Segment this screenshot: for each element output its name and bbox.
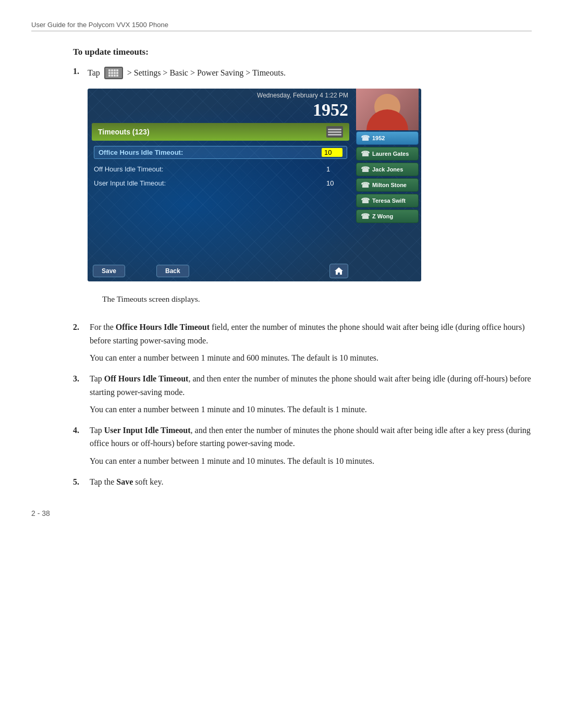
step-1-path: > Settings > Basic > Power Saving > Time… <box>127 68 286 78</box>
menu-icon[interactable] <box>104 67 123 79</box>
avatar <box>356 89 419 130</box>
bar-line-2 <box>328 131 341 133</box>
phone-main-area: Wednesday, February 4 1:22 PM 1952 Timeo… <box>88 89 353 281</box>
step-5-text-post: soft key. <box>133 477 163 486</box>
form-row-offhours[interactable]: Off Hours Idle Timeout: 1 <box>94 165 347 173</box>
contact-btn-1952[interactable]: ☎ 1952 <box>356 131 419 145</box>
contact-name-teresa: Teresa Swift <box>372 198 406 204</box>
contact-icon-lauren: ☎ <box>361 150 370 158</box>
home-icon <box>334 267 344 275</box>
step-1: 1. Tap > Settings > Basic > Power Saving… <box>73 67 532 313</box>
user-input-label: User Input Idle Timeout: <box>94 179 326 187</box>
step-4-subtext: You can enter a number between 1 minute … <box>90 454 532 468</box>
step-1-number: 1. <box>73 67 88 76</box>
contact-btn-milton[interactable]: ☎ Milton Stone <box>356 178 419 192</box>
timeouts-bar: Timeouts (123) <box>92 123 349 141</box>
office-hours-label: Office Hours Idle Timeout: <box>99 149 322 156</box>
step-3: 3. Tap Off Hours Idle Timeout, and then … <box>73 372 532 416</box>
step-3-text-bold: Off Hours Idle Timeout <box>104 374 189 383</box>
phone-softkeys: Save Back <box>88 261 353 281</box>
step-5-text-bold: Save <box>116 477 133 486</box>
phone-topbar: Wednesday, February 4 1:22 PM <box>88 89 353 101</box>
step-2-subtext: You can enter a number between 1 minute … <box>90 351 532 365</box>
phone-form: Office Hours Idle Timeout: 10 Off Hours … <box>88 143 353 261</box>
contact-icon-zwong: ☎ <box>361 212 370 220</box>
step-5-number: 5. <box>73 475 85 489</box>
contact-icon-teresa: ☎ <box>361 196 370 205</box>
step-2-text-bold: Office Hours Idle Timeout <box>116 323 210 331</box>
step-3-subtext: You can enter a number between 1 minute … <box>90 403 532 416</box>
header-divider <box>31 31 532 31</box>
page-footer: 2 - 38 <box>31 509 532 517</box>
step-5: 5. Tap the Save soft key. <box>73 475 532 489</box>
save-softkey[interactable]: Save <box>93 265 125 277</box>
user-input-value: 10 <box>326 179 347 187</box>
contact-name-milton: Milton Stone <box>372 182 407 188</box>
phone-datetime: Wednesday, February 4 1:22 PM <box>257 92 348 99</box>
phone-extension: 1952 <box>88 101 353 121</box>
form-row-office[interactable]: Office Hours Idle Timeout: 10 <box>94 146 347 159</box>
contact-btn-lauren[interactable]: ☎ Lauren Gates <box>356 147 419 161</box>
step-4-number: 4. <box>73 424 85 468</box>
section-title: To update timeouts: <box>73 47 532 57</box>
contact-icon-jack: ☎ <box>361 165 370 174</box>
contact-name-jack: Jack Jones <box>372 166 403 172</box>
off-hours-label: Off Hours Idle Timeout: <box>94 165 326 173</box>
form-row-userinput[interactable]: User Input Idle Timeout: 10 <box>94 179 347 187</box>
page-header: User Guide for the Polycom VVX 1500 Phon… <box>31 21 532 29</box>
contact-icon-milton: ☎ <box>361 181 370 189</box>
office-hours-value: 10 <box>322 148 342 157</box>
step-4-text-pre: Tap <box>90 426 104 435</box>
avatar-body <box>366 109 408 130</box>
step-2-text-pre: For the <box>90 323 116 331</box>
step-2-number: 2. <box>73 320 85 365</box>
contact-btn-jack[interactable]: ☎ Jack Jones <box>356 163 419 176</box>
step-3-number: 3. <box>73 372 85 416</box>
phone-screen: Wednesday, February 4 1:22 PM 1952 Timeo… <box>88 89 421 281</box>
timeouts-label: Timeouts (123) <box>98 128 150 136</box>
contact-name-zwong: Z Wong <box>372 213 393 219</box>
contact-btn-teresa[interactable]: ☎ Teresa Swift <box>356 194 419 207</box>
step-3-text-pre: Tap <box>90 374 104 383</box>
contact-name-lauren: Lauren Gates <box>372 151 409 157</box>
step-1-subtext: The Timeouts screen displays. <box>102 293 532 305</box>
step-2: 2. For the Office Hours Idle Timeout fie… <box>73 320 532 365</box>
phone-screen-wrapper: Wednesday, February 4 1:22 PM 1952 Timeo… <box>88 89 532 281</box>
step-5-text-pre: Tap the <box>90 477 116 486</box>
contact-name-1952: 1952 <box>372 135 385 141</box>
step-4: 4. Tap User Input Idle Timeout, and then… <box>73 424 532 468</box>
contact-btn-zwong[interactable]: ☎ Z Wong <box>356 209 419 223</box>
home-softkey[interactable] <box>329 264 348 278</box>
bar-line-3 <box>328 134 341 135</box>
bar-line-1 <box>328 129 341 130</box>
step-4-text-bold: User Input Idle Timeout <box>104 426 191 435</box>
off-hours-value: 1 <box>326 165 347 173</box>
contact-icon-1952: ☎ <box>361 134 370 142</box>
phone-sidebar: ☎ 1952 ☎ Lauren Gates ☎ Jack Jones <box>353 89 421 281</box>
back-softkey[interactable]: Back <box>156 265 189 277</box>
timeouts-bar-icon[interactable] <box>326 126 343 138</box>
tap-label: Tap <box>88 68 100 78</box>
